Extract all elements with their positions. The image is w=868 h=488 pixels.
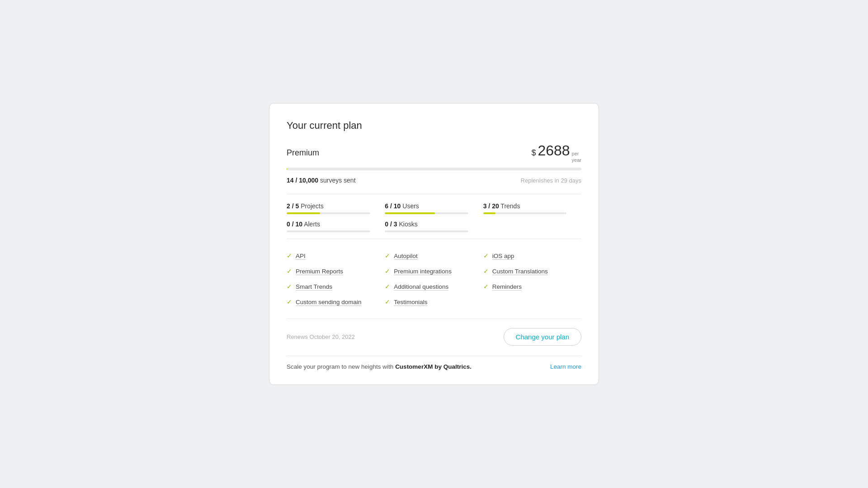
users-progress xyxy=(385,212,468,214)
feature-label-reminders: Reminders xyxy=(492,283,522,290)
trends-progress xyxy=(483,212,567,214)
check-icon: ✓ xyxy=(385,267,390,275)
feature-custom-translations: ✓ Custom Translations xyxy=(483,263,581,279)
feature-api: ✓ API xyxy=(287,248,385,263)
feature-label-api: API xyxy=(296,253,306,259)
feature-premium-reports: ✓ Premium Reports xyxy=(287,263,385,279)
stat-projects: 2 / 5 Projects xyxy=(287,202,385,214)
feature-smart-trends: ✓ Smart Trends xyxy=(287,279,385,294)
check-icon: ✓ xyxy=(483,283,489,290)
plan-card: Your current plan Premium $ 2688 peryear… xyxy=(269,103,599,385)
check-icon: ✓ xyxy=(483,252,489,259)
features-section: ✓ API ✓ Autopilot ✓ iOS app ✓ Premium Re… xyxy=(287,239,581,310)
plan-period: peryear xyxy=(572,150,581,164)
feature-custom-sending-domain: ✓ Custom sending domain xyxy=(287,294,385,310)
surveys-label: surveys sent xyxy=(320,177,356,184)
page-title: Your current plan xyxy=(287,120,581,131)
check-icon: ✓ xyxy=(483,267,489,275)
feature-additional-questions: ✓ Additional questions xyxy=(385,279,483,294)
stat-trends: 3 / 20 Trends xyxy=(483,202,581,214)
stats-row-2: 0 / 10 Alerts 0 / 3 Kiosks xyxy=(287,221,581,232)
stat-empty xyxy=(483,221,581,232)
feature-premium-integrations: ✓ Premium integrations xyxy=(385,263,483,279)
plan-price: $ 2688 peryear xyxy=(531,142,581,164)
plan-header: Premium $ 2688 peryear xyxy=(287,142,581,164)
plan-amount: 2688 xyxy=(538,142,570,159)
renew-text: Renews October 20, 2022 xyxy=(287,333,355,340)
replenish-text: Replenishes in 29 days xyxy=(521,177,581,184)
check-icon: ✓ xyxy=(287,283,292,290)
feature-label-ios-app: iOS app xyxy=(492,253,514,259)
feature-label-premium-reports: Premium Reports xyxy=(296,268,343,275)
alerts-progress xyxy=(287,230,370,232)
features-grid: ✓ API ✓ Autopilot ✓ iOS app ✓ Premium Re… xyxy=(287,248,581,310)
plan-currency: $ xyxy=(531,148,536,158)
change-plan-button[interactable]: Change your plan xyxy=(504,328,581,346)
check-icon: ✓ xyxy=(385,283,390,290)
promo-section: Scale your program to new heights with C… xyxy=(287,356,581,370)
surveys-current: 14 / 10,000 xyxy=(287,177,318,184)
check-icon: ✓ xyxy=(385,252,390,259)
feature-label-autopilot: Autopilot xyxy=(394,253,418,259)
check-icon: ✓ xyxy=(385,298,390,305)
check-icon: ✓ xyxy=(287,267,292,275)
projects-progress xyxy=(287,212,370,214)
feature-label-smart-trends: Smart Trends xyxy=(296,283,332,290)
learn-more-link[interactable]: Learn more xyxy=(550,363,581,370)
feature-autopilot: ✓ Autopilot xyxy=(385,248,483,263)
plan-name: Premium xyxy=(287,148,319,158)
feature-label-custom-sending-domain: Custom sending domain xyxy=(296,299,362,305)
feature-testimonials: ✓ Testimonials xyxy=(385,294,483,310)
feature-label-custom-translations: Custom Translations xyxy=(492,268,548,275)
feature-placeholder xyxy=(483,294,581,310)
check-icon: ✓ xyxy=(287,252,292,259)
stat-users: 6 / 10 Users xyxy=(385,202,483,214)
kiosks-progress xyxy=(385,230,468,232)
promo-text: Scale your program to new heights with C… xyxy=(287,363,472,370)
stat-alerts: 0 / 10 Alerts xyxy=(287,221,385,232)
stats-section: 2 / 5 Projects 6 / 10 Users xyxy=(287,194,581,232)
surveys-row: 14 / 10,000 surveys sent Replenishes in … xyxy=(287,177,581,184)
stat-kiosks: 0 / 3 Kiosks xyxy=(385,221,483,232)
check-icon: ✓ xyxy=(287,298,292,305)
stats-row-1: 2 / 5 Projects 6 / 10 Users xyxy=(287,202,581,214)
promo-text-bold: CustomerXM by Qualtrics. xyxy=(395,363,472,370)
feature-reminders: ✓ Reminders xyxy=(483,279,581,294)
surveys-progress-bar xyxy=(287,168,581,170)
surveys-progress-fill xyxy=(287,168,287,170)
promo-text-before: Scale your program to new heights with xyxy=(287,363,395,370)
feature-label-testimonials: Testimonials xyxy=(394,299,427,305)
feature-label-premium-integrations: Premium integrations xyxy=(394,268,452,275)
feature-label-additional-questions: Additional questions xyxy=(394,283,448,290)
surveys-usage: 14 / 10,000 surveys sent xyxy=(287,177,356,184)
footer-section: Renews October 20, 2022 Change your plan xyxy=(287,319,581,346)
feature-ios-app: ✓ iOS app xyxy=(483,248,581,263)
